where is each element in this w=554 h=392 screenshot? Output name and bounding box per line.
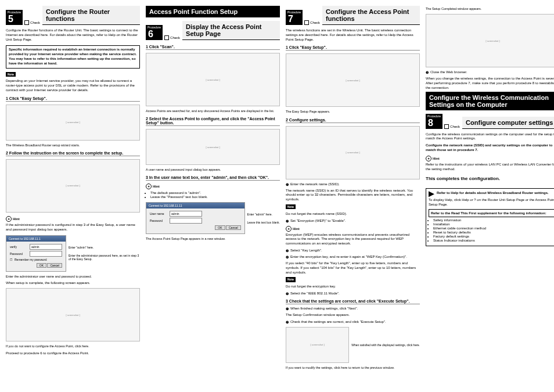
proc7-s2c: ❸Select "Key Length".: [286, 249, 420, 253]
proc6-cap1: Access Points are searched for, and any …: [146, 109, 280, 113]
proc8-intro: Configure the wireless communication set…: [426, 132, 554, 142]
screenshot-placeholder: [ screenshot ]: [286, 327, 349, 363]
screenshot-placeholder: [ screenshot ]: [146, 129, 280, 165]
column-1: Procedure 5 Check Configure the Router f…: [6, 6, 140, 371]
login-titlebar: Connect to 192.168.11.1: [6, 236, 66, 242]
proc6-step2: 2 Select the Access Point to configure, …: [146, 117, 280, 126]
check-area: Check: [444, 124, 460, 129]
proc7-cap4: The Setup Completed window appears.: [426, 7, 554, 11]
procedure-7-title: Configure the Access Point functions: [322, 6, 420, 25]
procedure-number: 8: [426, 118, 443, 129]
inner-box-title: Refer to the Read This First supplement …: [429, 209, 554, 217]
check-area: Check: [24, 20, 40, 25]
hint-row: ✦ Hint: [6, 216, 140, 222]
hint-row: ✦ Hint: [426, 156, 554, 161]
proc7-step3: 3 Check that the settings are correct, a…: [286, 299, 420, 304]
hint-icon: ✦: [146, 184, 152, 189]
procedure-number: 5: [6, 15, 23, 25]
hint-bullets: The default password is "admin". Leave t…: [150, 190, 280, 199]
login-user-input[interactable]: [30, 244, 62, 250]
proc7-step2: 2 Configure settings.: [286, 118, 420, 123]
login-callouts: Enter "admin" here. Leave this text box …: [247, 200, 280, 236]
proc5-intro: Configure the Router functions of the Ro…: [6, 28, 140, 42]
proc7-s2d: ❹Enter the encryption key, and re-enter …: [286, 255, 420, 259]
checkbox-icon: [444, 124, 449, 129]
proc6-cap3: The Access Point Setup Page appears in a…: [146, 237, 280, 241]
proc7-s2b: ❷Set "Encryption (WEP)" to "Enable".: [286, 219, 420, 223]
proc5-cap1: The Wireless Broadband Router setup wiza…: [6, 143, 140, 148]
refer-items: Safety information Installation Ethernet…: [433, 218, 554, 242]
proc5-complete: When setup is complete, the following sc…: [6, 281, 140, 286]
proc5-cap2: If you do not want to configure the Acce…: [6, 344, 140, 348]
login-pass-input[interactable]: [30, 251, 62, 257]
login-callouts: Enter "admin" here. Enter the administra…: [69, 233, 140, 274]
procedure-7-header: Procedure 7 Check Configure the Access P…: [286, 6, 420, 25]
info-box: Specific information required to establi…: [6, 45, 140, 68]
column-3: Procedure 7 Check Configure the Access P…: [286, 6, 420, 371]
screenshot-placeholder: [ screenshot ]: [6, 288, 140, 341]
login-dialog-mock: Connect to 192.168.11.11 User name Passw…: [146, 202, 245, 234]
procedure-8-header: Procedure 8 Check Configure computer set…: [426, 114, 554, 129]
note-badge: Note: [6, 72, 16, 77]
proc6-step1: 1 Click "Scan".: [146, 45, 280, 50]
check-area: Check: [164, 35, 180, 40]
screenshot-placeholder: [ screenshot ]: [6, 105, 140, 141]
cancel-button[interactable]: Cancel: [226, 225, 241, 230]
refer-text: To display Help, click Help or ? on the …: [429, 198, 554, 207]
proc7-s3a: ❶When finished making settings, click "N…: [286, 307, 420, 311]
hint-row: ✦ Hint: [286, 226, 420, 232]
hint-icon: ✦: [426, 156, 431, 161]
procedure-5-title: Configure the Router functions: [42, 6, 140, 25]
cancel-button[interactable]: Cancel: [47, 263, 62, 268]
proc5-step1: 1 Click "Easy Setup".: [6, 96, 140, 102]
login-pass-input[interactable]: [170, 218, 202, 224]
screenshot-placeholder: [ screenshot ]: [286, 126, 420, 179]
note-badge: Note: [286, 204, 296, 210]
column-2: Access Point Function Setup Procedure 6 …: [146, 6, 280, 371]
arrow-icon: [429, 191, 434, 197]
login-dialog-mock: Connect to 192.168.11.1 verify Password …: [6, 235, 66, 272]
section-title-ap: Access Point Function Setup: [146, 6, 280, 17]
check-label: Check: [30, 21, 40, 24]
checkbox-icon: [24, 20, 29, 25]
check-area: Check: [304, 20, 320, 25]
proc7-s3b: ❷Check that the settings are correct, an…: [286, 320, 420, 324]
proc5-hint-text: If the administrator password is configu…: [6, 223, 140, 232]
hint-icon: ✦: [6, 216, 12, 222]
hint-row: ✦ Hint: [146, 184, 280, 189]
ok-button[interactable]: OK: [37, 263, 46, 268]
screenshot-placeholder: [ screenshot ]: [426, 14, 554, 67]
proc7-step1: 1 Click "Easy Setup".: [286, 45, 420, 51]
refer-box: Refer to Help for details about Wireless…: [426, 188, 554, 246]
completes-text: This completes the configuration.: [426, 176, 554, 181]
hint-icon: ✦: [286, 226, 292, 232]
procedure-6-header: Procedure 6 Check Display the Access Poi…: [146, 21, 280, 40]
login-titlebar: Connect to 192.168.11.11: [146, 203, 244, 208]
refer-title: Refer to Help for details about Wireless…: [437, 191, 549, 197]
login-user-input[interactable]: [170, 211, 202, 217]
proc7-s2e: ❺Select the "IEEE 802.11 Mode".: [286, 292, 420, 296]
note-badge: Note: [286, 277, 296, 282]
proc7-s2a: ❶Enter the network name (SSID).: [286, 182, 420, 186]
section-title-wc: Configure the Wireless Communication Set…: [426, 92, 554, 110]
callout: When satisfied with the displayed settin…: [351, 325, 420, 365]
proc6-cap2: A user name and password input dialog bo…: [146, 168, 280, 172]
procedure-8-title: Configure computer settings: [462, 117, 554, 129]
proc7-cap-bottom: If you want to modify the settings, clic…: [286, 366, 420, 370]
proc5-outro: Proceed to procedure 6 to configure the …: [6, 351, 140, 356]
screenshot-placeholder: [ screenshot ]: [146, 53, 280, 106]
checkbox-icon: [304, 20, 309, 25]
proc8-bold: Configure the network name (SSID) and se…: [426, 143, 554, 153]
proc8-hint-text: Refer to the instructions of your wirele…: [426, 163, 554, 172]
proc5-note-text: Depending on your Internet service provi…: [6, 79, 140, 92]
proc7-intro: The wireless functions are set in the Wi…: [286, 28, 420, 42]
procedure-number: 7: [286, 15, 303, 25]
check-label: Check: [450, 125, 460, 128]
procedure-number: 6: [146, 30, 163, 40]
login-caption: Enter the administrator user name and pa…: [6, 275, 140, 279]
screenshot-placeholder: [ screenshot ]: [6, 159, 140, 213]
checkbox-icon: [164, 35, 169, 40]
column-4: The Setup Completed window appears. [ sc…: [426, 6, 554, 371]
ok-button[interactable]: OK: [215, 225, 225, 230]
screenshot-placeholder: [ screenshot ]: [286, 53, 420, 107]
